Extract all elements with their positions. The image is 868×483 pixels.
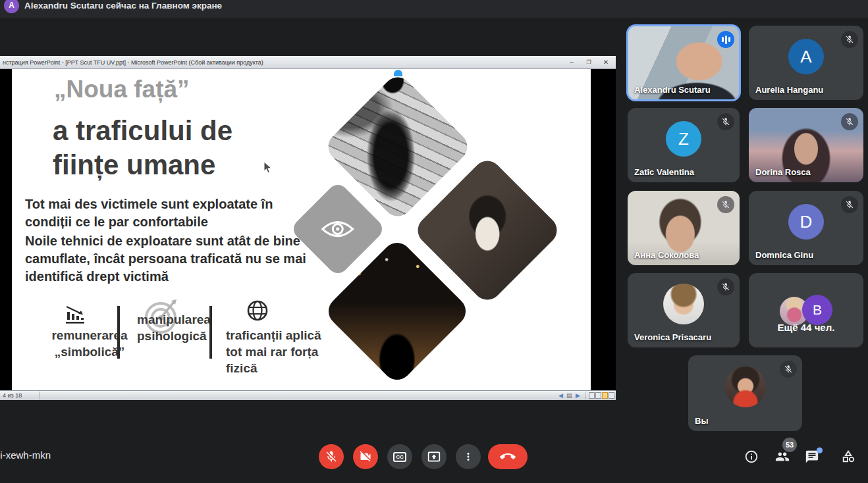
activities-icon[interactable] [841, 449, 855, 464]
present-icon [427, 450, 441, 463]
slide-title-line3: ființe umane [53, 149, 215, 181]
chat-notification-dot [817, 447, 823, 453]
presenting-banner: A Alexandru Scutaru сейчас на Главном эк… [0, 0, 868, 18]
menu-icon[interactable]: ▤ [566, 392, 572, 399]
divider [585, 392, 585, 399]
more-options-icon [462, 451, 474, 463]
normal-view-button[interactable] [589, 392, 595, 399]
slide-stage: „Noua față” a traficului de ființe umane… [0, 69, 616, 390]
speaking-indicator-icon [717, 31, 734, 48]
reading-view-button[interactable] [609, 392, 614, 399]
divider [117, 306, 120, 359]
meeting-code: oi-xewh-mkn [0, 449, 51, 461]
prev-slide-icon[interactable]: ◀ [558, 392, 563, 399]
present-button[interactable] [421, 444, 447, 469]
powerpoint-titlebar: нстрация PowerPoint - [PPT Scut TFU UV.p… [0, 56, 616, 69]
mic-off-icon [780, 361, 797, 378]
self-tile[interactable]: Вы [688, 355, 802, 431]
participant-name: Aurelia Hanganu [755, 85, 823, 95]
more-participants-label: Ещё 44 чел. [749, 322, 863, 333]
divider [40, 392, 40, 399]
presenting-banner-text: Alexandru Scutaru сейчас на Главном экра… [24, 1, 222, 11]
participant-name: Veronica Prisacaru [634, 332, 711, 342]
participant-count-badge: 53 [782, 438, 797, 452]
google-meet-app: A Alexandru Scutaru сейчас на Главном эк… [0, 0, 868, 483]
window-title: нстрация PowerPoint - [PPT Scut TFU UV.p… [3, 59, 263, 66]
mic-off-icon [325, 450, 338, 463]
slideshow-view-button[interactable] [602, 392, 608, 399]
participant-name: Domnica Ginu [755, 250, 813, 260]
participant-name: Dorina Rosca [755, 167, 811, 177]
mic-off-icon [841, 196, 858, 213]
slide-title-line1: „Noua față” [54, 76, 190, 103]
participant-tile[interactable]: Dorina Rosca [749, 108, 863, 182]
mouse-cursor-icon [263, 161, 272, 174]
minimize-icon[interactable]: – [564, 57, 579, 67]
participant-tile[interactable]: Анна Соколова [628, 191, 740, 265]
info-icon[interactable] [744, 449, 759, 464]
next-slide-icon[interactable]: ▶ [576, 392, 580, 399]
mic-toggle-button[interactable] [319, 444, 344, 469]
mic-off-icon [717, 113, 734, 130]
participant-tile[interactable]: Veronica Prisacaru [628, 273, 740, 347]
participant-tile[interactable]: Alexandru Scutaru [628, 26, 740, 100]
avatar: B [802, 295, 832, 325]
blue-dot-decoration [394, 70, 402, 76]
declining-chart-icon [65, 301, 86, 324]
close-icon[interactable]: ✕ [599, 57, 613, 67]
hangup-button[interactable] [488, 444, 528, 469]
slide-paragraph-2: Noile tehnici de exploatare sunt atât de… [25, 232, 310, 286]
restore-icon[interactable]: ❐ [582, 57, 596, 67]
participant-name: Анна Соколова [634, 250, 699, 260]
powerpoint-statusbar: 4 из 18 ◀ ▤ ▶ [0, 390, 616, 400]
avatar: A [788, 39, 824, 74]
slide-number-status: 4 из 18 [3, 392, 22, 399]
eye-icon [320, 218, 356, 240]
slide-caption-3: traficanții aplică tot mai rar forța fiz… [226, 327, 331, 376]
captions-button[interactable]: CC [387, 444, 412, 469]
captions-icon: CC [393, 452, 406, 462]
participant-name: Вы [695, 416, 709, 426]
avatar [725, 367, 766, 407]
participant-tile[interactable]: Z Zatîc Valentina [628, 108, 740, 182]
participant-tile[interactable]: D Domnica Ginu [749, 191, 863, 265]
avatar [663, 284, 704, 324]
avatar: A [4, 0, 19, 13]
mic-off-icon [841, 113, 858, 130]
slide-title-line2: a traficului de [53, 115, 232, 147]
camera-toggle-button[interactable] [353, 444, 378, 469]
mic-off-icon [717, 196, 734, 213]
avatar: D [788, 204, 824, 240]
slide: „Noua față” a traficului de ființe umane… [12, 69, 591, 390]
sorter-view-button[interactable] [595, 392, 601, 399]
globe-icon [246, 299, 269, 322]
participant-name: Alexandru Scutaru [634, 85, 711, 95]
participant-tile[interactable]: A Aurelia Hanganu [749, 26, 863, 100]
avatar: Z [666, 121, 701, 157]
divider [209, 306, 212, 359]
mic-off-icon [841, 31, 858, 48]
camera-off-icon [359, 450, 372, 463]
slide-paragraph-1: Tot mai des victimele sunt exploatate în… [25, 195, 310, 231]
hangup-icon [500, 449, 516, 465]
slide-caption-1: remunerarea „simbolică” [32, 327, 148, 360]
more-options-button[interactable] [456, 444, 481, 469]
participant-name: Zatîc Valentina [634, 167, 694, 177]
screen-share-feed: нстрация PowerPoint - [PPT Scut TFU UV.p… [0, 56, 616, 400]
more-participants-tile[interactable]: B Ещё 44 чел. [749, 273, 863, 347]
mic-off-icon [717, 278, 734, 295]
